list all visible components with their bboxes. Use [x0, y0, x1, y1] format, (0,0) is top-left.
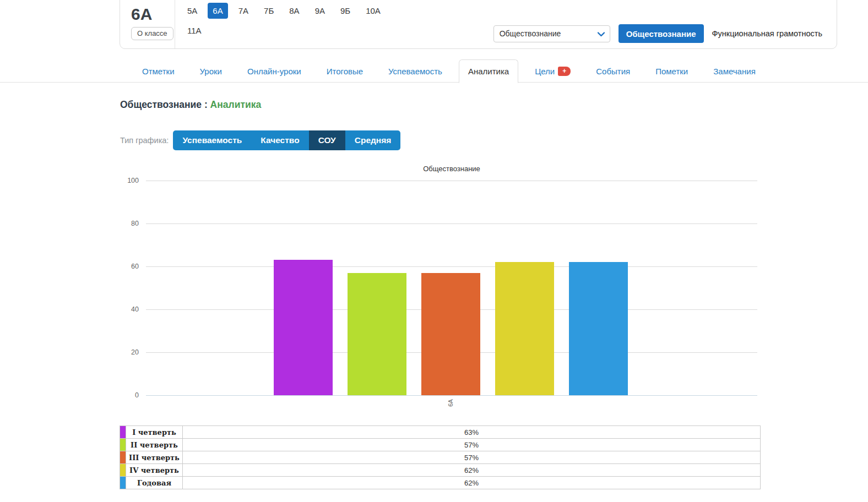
- y-axis-tick-label: 40: [118, 305, 139, 313]
- class-tab-5А[interactable]: 5А: [182, 3, 202, 19]
- about-class-button[interactable]: О классе: [131, 27, 173, 40]
- chart-plot-area: 0204060801006А: [146, 181, 757, 395]
- chart-type-button-средняя[interactable]: Средняя: [345, 130, 401, 150]
- legend-color-swatch: [120, 477, 126, 489]
- subject-select-value: Обществознание: [500, 29, 561, 38]
- y-axis-tick-label: 60: [118, 263, 139, 270]
- chevron-down-icon: [597, 30, 605, 39]
- legend-row: I четверть63%: [120, 426, 761, 439]
- class-header-card: 6А О классе 5А6А7А7Б8А9А9Б10А 11А Общест…: [120, 0, 837, 49]
- legend-series-value: 62%: [183, 477, 761, 489]
- tab-замечания[interactable]: Замечания: [704, 59, 764, 83]
- chart-type-button-успеваемость[interactable]: Успеваемость: [173, 130, 251, 150]
- legend-series-label: II четверть: [126, 439, 183, 451]
- class-info-column: 6А О классе: [120, 0, 175, 48]
- legend-series-value: 57%: [183, 439, 761, 451]
- legend-row: Годовая62%: [120, 477, 761, 489]
- y-axis-tick-label: 20: [118, 348, 139, 356]
- tab-цели[interactable]: Цели+: [526, 59, 579, 83]
- tab-label: Отметки: [142, 67, 175, 76]
- y-axis-tick-label: 0: [118, 391, 139, 399]
- legend-series-value: 63%: [183, 426, 761, 439]
- tab-онлайн-уроки[interactable]: Онлайн-уроки: [238, 59, 310, 83]
- class-tabs-row-1: 5А6А7А7Б8А9А9Б10А: [182, 3, 491, 19]
- chart-type-button-качество[interactable]: Качество: [251, 130, 308, 150]
- subject-button[interactable]: Обществознание: [619, 24, 704, 43]
- legend-series-value: 62%: [183, 464, 761, 477]
- legend-series-value: 57%: [183, 451, 761, 464]
- legend-color-swatch: [120, 464, 126, 477]
- page-title-subject: Обществознание :: [120, 99, 208, 110]
- chart-title: Обществознание: [146, 165, 757, 173]
- class-tab-11А[interactable]: 11А: [182, 23, 207, 39]
- class-tab-9Б[interactable]: 9Б: [335, 3, 355, 19]
- page-title: Обществознание : Аналитика: [120, 99, 261, 111]
- chart-type-button-group: УспеваемостьКачествоСОУСредняя: [173, 130, 400, 150]
- section-tabs-bar: ОтметкиУрокиОнлайн-урокиИтоговыеУспеваем…: [0, 59, 868, 83]
- tab-аналитика[interactable]: Аналитика: [459, 59, 518, 83]
- class-tab-6А[interactable]: 6А: [208, 3, 227, 19]
- tab-label: Онлайн-уроки: [247, 67, 301, 76]
- tab-label: Аналитика: [468, 67, 509, 76]
- goals-plus-badge-icon: +: [558, 67, 571, 76]
- tab-label: Цели: [535, 67, 555, 76]
- tab-успеваемость[interactable]: Успеваемость: [379, 59, 451, 83]
- tab-события[interactable]: События: [587, 59, 639, 83]
- bar-III четверть[interactable]: [421, 273, 480, 395]
- tab-итоговые[interactable]: Итоговые: [318, 59, 372, 83]
- header-controls: Обществознание Обществознание Функционал…: [493, 24, 822, 43]
- legend-color-swatch: [120, 451, 126, 464]
- tab-отметки[interactable]: Отметки: [133, 59, 183, 83]
- functional-literacy-link[interactable]: Функциональная грамотность: [712, 29, 822, 38]
- x-axis-category-label: 6А: [447, 399, 454, 406]
- class-tabs-row-2: 11А: [182, 23, 491, 39]
- chart-legend-table: I четверть63%II четверть57%III четверть5…: [120, 425, 761, 489]
- subject-select[interactable]: Обществознание: [493, 25, 610, 42]
- y-axis-tick-label: 100: [118, 177, 139, 184]
- tab-пометки[interactable]: Пометки: [647, 59, 697, 83]
- class-tab-7А[interactable]: 7А: [234, 3, 253, 19]
- legend-color-swatch: [120, 426, 126, 439]
- legend-series-label: I четверть: [126, 426, 183, 439]
- bar-chart: Обществознание 0204060801006А: [0, 160, 868, 418]
- page: 6А О классе 5А6А7А7Б8А9А9Б10А 11А Общест…: [0, 0, 868, 502]
- gridline-100: [146, 181, 757, 181]
- legend-color-swatch: [120, 439, 126, 451]
- legend-series-label: IV четверть: [126, 464, 183, 477]
- legend-series-label: III четверть: [126, 451, 183, 464]
- tab-label: Пометки: [655, 67, 688, 76]
- legend-row: II четверть57%: [120, 439, 761, 451]
- tab-label: Успеваемость: [388, 67, 442, 76]
- class-tabs: 5А6А7А7Б8А9А9Б10А 11А: [182, 3, 491, 42]
- class-tab-8А[interactable]: 8А: [284, 3, 304, 19]
- y-axis-tick-label: 80: [118, 220, 139, 227]
- bar-Годовая[interactable]: [569, 262, 628, 395]
- page-title-section: Аналитика: [210, 99, 262, 110]
- legend-row: IV четверть62%: [120, 464, 761, 477]
- gridline-60: [146, 266, 757, 267]
- class-tab-10А[interactable]: 10А: [361, 3, 386, 19]
- legend-series-label: Годовая: [126, 477, 183, 489]
- gridline-0: [146, 395, 757, 396]
- class-title: 6А: [131, 5, 175, 24]
- chart-type-row: Тип графика: УспеваемостьКачествоСОУСред…: [120, 130, 400, 150]
- tab-уроки[interactable]: Уроки: [191, 59, 231, 83]
- bar-I четверть[interactable]: [274, 260, 333, 395]
- gridline-80: [146, 223, 757, 224]
- tab-label: Итоговые: [327, 67, 363, 76]
- legend-row: III четверть57%: [120, 451, 761, 464]
- bar-IV четверть[interactable]: [495, 262, 554, 395]
- section-tabs: ОтметкиУрокиОнлайн-урокиИтоговыеУспеваем…: [129, 59, 868, 83]
- class-tab-7Б[interactable]: 7Б: [259, 3, 279, 19]
- tab-label: События: [596, 67, 630, 76]
- tab-label: Замечания: [713, 67, 756, 76]
- tab-label: Уроки: [200, 67, 222, 76]
- class-tab-9А[interactable]: 9А: [310, 3, 330, 19]
- bar-II четверть[interactable]: [348, 273, 406, 395]
- chart-type-label: Тип графика:: [120, 136, 169, 145]
- chart-type-button-соу[interactable]: СОУ: [309, 130, 345, 150]
